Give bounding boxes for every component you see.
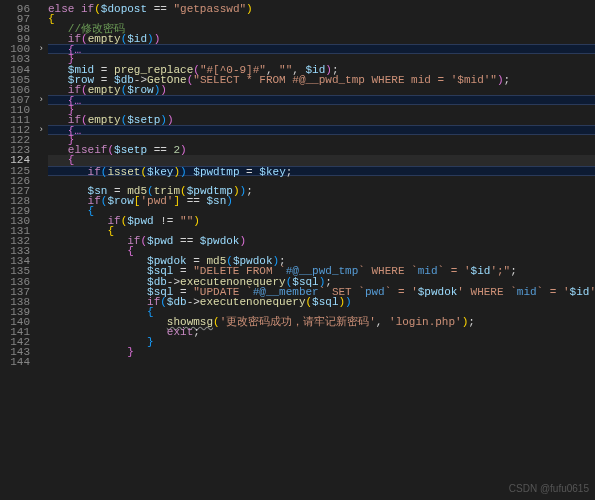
line-number: 144 [0, 357, 48, 367]
fold-icon[interactable]: › [39, 95, 44, 105]
line-number-gutter: 96979899100›103104105106107›110111112›12… [0, 0, 48, 500]
code-line: if(empty($id)) [48, 34, 595, 44]
code-line: if(empty($row)) [48, 85, 595, 95]
code-line: } [48, 347, 595, 357]
code-line: {… [48, 95, 595, 105]
code-line: if(empty($setp)) [48, 115, 595, 125]
code-line: {… [48, 125, 595, 135]
code-line: { [48, 14, 595, 24]
code-line: {… [48, 44, 595, 54]
code-line: { [48, 155, 595, 165]
code-line [48, 357, 595, 367]
fold-icon[interactable]: › [39, 44, 44, 54]
code-editor-content[interactable]: else if($dopost == "getpasswd"){ //修改密码 … [48, 4, 595, 367]
fold-icon[interactable]: › [39, 125, 44, 135]
code-line: if($pwd != "") [48, 216, 595, 226]
code-line: elseif($setp == 2) [48, 145, 595, 155]
code-line: else if($dopost == "getpasswd") [48, 4, 595, 14]
line-number: 124 [0, 155, 48, 165]
watermark: CSDN @fufu0615 [509, 483, 589, 494]
code-line: if(isset($key)) $pwdtmp = $key; [48, 166, 595, 176]
code-line: if($row['pwd'] == $sn) [48, 196, 595, 206]
